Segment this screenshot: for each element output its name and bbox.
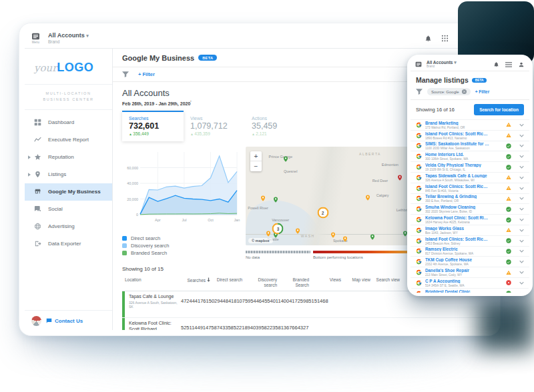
chevron-down-icon[interactable]: [519, 260, 524, 263]
funnel-icon[interactable]: [122, 71, 129, 77]
chevron-down-icon[interactable]: [519, 292, 524, 293]
listing-name[interactable]: Tellar Brewing & Grinding: [425, 194, 489, 199]
listing-name[interactable]: TKM Cup Coffee House: [425, 257, 489, 262]
listing-name[interactable]: Image Works Glass: [425, 226, 489, 231]
chevron-down-icon[interactable]: [519, 144, 524, 147]
map-pin-icon[interactable]: [272, 196, 278, 203]
listing-name[interactable]: Danella's Shoe Repair: [425, 268, 489, 273]
apps-grid-icon[interactable]: [441, 35, 449, 42]
listing-row[interactable]: Velda City Physical Therapy 19 2109 8th …: [411, 161, 529, 172]
map-cluster-marker[interactable]: 3: [272, 223, 284, 235]
listing-row[interactable]: Island Foot Clinics: Scott Richard Holli…: [411, 183, 529, 193]
table-column-header[interactable]: Search view: [373, 273, 403, 290]
map-pin-icon[interactable]: [282, 155, 288, 163]
zoom-in-button[interactable]: +: [250, 151, 262, 161]
chevron-down-icon[interactable]: [519, 271, 524, 274]
listing-name[interactable]: Island Foot Clinics: Scott Richard Holli…: [425, 131, 489, 136]
add-filter-link[interactable]: + Filter: [138, 71, 155, 77]
listing-row[interactable]: Image Works Glass Box 1043, Jackson, WY: [411, 225, 529, 235]
sidebar-item[interactable]: Executive Report: [25, 131, 112, 149]
map-pin-icon[interactable]: [397, 174, 403, 181]
chevron-down-icon[interactable]: [519, 229, 524, 232]
chevron-down-icon[interactable]: [519, 249, 524, 253]
listing-row[interactable]: Brightest Dental Clinic 8104 Preston Ave…: [411, 288, 529, 293]
sidebar-item[interactable]: Reputation: [25, 149, 112, 166]
listing-row[interactable]: SIMS: Saskatoon Institute for Medical Si…: [411, 141, 529, 151]
listing-name[interactable]: Island Foot Clinics: Scott Richard Holli…: [425, 184, 489, 189]
map-pin-icon[interactable]: [295, 227, 301, 235]
hamburger-icon[interactable]: [505, 62, 512, 67]
listing-name[interactable]: Tapas Sidewalk Cafe & Lounge: [425, 173, 489, 178]
table-column-header[interactable]: Branded Search: [280, 273, 312, 290]
source-filter-chip[interactable]: Source: Google: [427, 88, 471, 95]
chevron-down-icon[interactable]: [519, 155, 524, 158]
contact-us-link[interactable]: Contact Us: [46, 318, 83, 324]
chevron-down-icon[interactable]: [519, 197, 524, 200]
legend-item[interactable]: Discovery search: [122, 242, 240, 249]
location-cell[interactable]: Kelowna Foot Clinic: Scott Richard Holli…: [122, 318, 181, 330]
listing-name[interactable]: SIMS: Saskatoon Institute for Medical Si…: [425, 141, 489, 146]
listing-row[interactable]: Tellar Brewing & Grinding 393 E Ave, Por…: [411, 193, 529, 204]
zoom-out-button[interactable]: −: [250, 161, 262, 171]
listing-name[interactable]: Ramsey Electric: [425, 247, 489, 251]
funnel-icon[interactable]: [416, 89, 423, 95]
listing-row[interactable]: Ramsey Electric 817 Division Avenue, Spo…: [411, 246, 529, 257]
sidebar-item[interactable]: Advertising: [25, 218, 112, 235]
table-column-header[interactable]: Map view: [344, 273, 373, 290]
bell-icon[interactable]: [425, 35, 432, 42]
sidebar-item[interactable]: Social: [25, 201, 112, 218]
sidebar-item[interactable]: Listings: [25, 166, 112, 183]
table-column-header[interactable]: Searches: [181, 273, 213, 290]
map-pin-icon[interactable]: [342, 235, 348, 243]
chevron-down-icon[interactable]: [519, 134, 524, 137]
listing-row[interactable]: Kelowna Foot Clinic: Scott Richard Holli…: [411, 214, 529, 225]
listing-row[interactable]: Home Interiors Ltd. 300 106th Street, Sp…: [411, 151, 529, 161]
chevron-down-icon[interactable]: [519, 207, 524, 211]
map-pin-icon[interactable]: [370, 233, 376, 241]
listing-row[interactable]: Island Foot Clinics: Scott Richard Holli…: [411, 130, 529, 141]
listing-name[interactable]: Home Interiors Ltd.: [425, 152, 489, 157]
listing-row[interactable]: Smuha Window Cleaning 302 2020 Skyview L…: [411, 203, 529, 214]
sort-down-icon[interactable]: [207, 277, 210, 282]
stat-card[interactable]: Searches 732,601 356,449: [122, 111, 184, 141]
map-pin-icon[interactable]: [265, 230, 271, 237]
account-switcher[interactable]: All Accounts ▾ Brand: [48, 33, 89, 44]
chevron-down-icon[interactable]: [519, 176, 524, 179]
close-icon[interactable]: [462, 89, 467, 94]
legend-item[interactable]: Direct search: [122, 235, 240, 242]
listing-row[interactable]: Danella's Shoe Repair 213 Main Street, C…: [411, 267, 529, 277]
table-column-header[interactable]: Discovery search: [245, 273, 280, 290]
location-cell[interactable]: Tapas Cafe & Lounge 326 Avenue A South, …: [122, 291, 181, 317]
listing-row[interactable]: C P A Accounting 514 345th ST E, Seattle…: [411, 277, 529, 288]
table-row[interactable]: Kelowna Foot Clinic: Scott Richard Holli…: [122, 318, 495, 330]
listing-name[interactable]: Velda City Physical Therapy: [425, 163, 489, 167]
person-icon[interactable]: [518, 61, 525, 68]
map-pin-icon[interactable]: [330, 231, 336, 239]
chevron-down-icon[interactable]: [519, 218, 524, 221]
listing-name[interactable]: Kelowna Foot Clinic: Scott Richard Holli…: [425, 215, 489, 220]
chevron-down-icon[interactable]: [519, 123, 524, 127]
listing-row[interactable]: Tapas Sidewalk Cafe & Lounge 326 Avenue …: [411, 172, 529, 183]
stat-card[interactable]: Views 1,079,712 435,359: [184, 111, 245, 141]
chevron-down-icon[interactable]: [519, 165, 524, 169]
table-column-header[interactable]: Location: [122, 273, 181, 290]
phone-account-switcher[interactable]: All Accounts ▾ Brand: [427, 60, 457, 69]
menu-button[interactable]: Menu: [31, 33, 40, 44]
stat-card[interactable]: Actions 35,459 2,121: [245, 111, 306, 141]
bell-icon[interactable]: [493, 61, 499, 67]
sidebar-item[interactable]: Dashboard: [25, 114, 112, 131]
caret-right-icon[interactable]: [28, 155, 37, 159]
listing-name[interactable]: Brand Marketing: [425, 121, 489, 125]
map-cluster-marker[interactable]: 2: [317, 207, 328, 219]
sidebar-item[interactable]: Data Exporter: [25, 235, 112, 253]
mapbox-logo[interactable]: © mapbox: [248, 238, 273, 243]
chevron-down-icon[interactable]: [519, 239, 524, 243]
map-pin-icon[interactable]: [260, 195, 266, 202]
listing-row[interactable]: TKM Cup Coffee House 2332 4th Avenue, Sp…: [411, 256, 529, 267]
avatar[interactable]: [31, 316, 41, 326]
listing-row[interactable]: Brand Marketing 173 Walnut Rd, Portland,…: [411, 119, 529, 130]
listing-name[interactable]: C P A Accounting: [425, 279, 489, 283]
sidebar-item[interactable]: Google My Business: [25, 183, 112, 201]
listing-row[interactable]: Island Foot Clinics: Scott Richard Holli…: [411, 235, 529, 246]
map-pin-icon[interactable]: [364, 194, 370, 201]
